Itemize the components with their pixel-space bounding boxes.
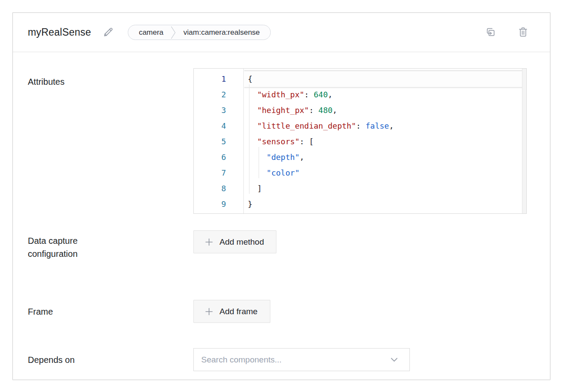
data-capture-label: Data capture configuration (28, 230, 193, 260)
line-number: 9 (194, 196, 243, 212)
component-name: myRealSense (28, 27, 91, 38)
header-actions (485, 26, 528, 39)
line-number: 3 (194, 103, 243, 118)
attributes-json-editor[interactable]: 123456789 { "width_px": 640, "height_px"… (193, 68, 527, 214)
delete-button[interactable] (518, 26, 528, 39)
indent-guide (259, 147, 259, 178)
add-frame-button[interactable]: Add frame (193, 300, 270, 323)
chevron-down-icon (391, 358, 398, 362)
code-line: "color" (248, 165, 522, 181)
frame-row: Frame Add frame (13, 300, 550, 323)
card-header: myRealSense camera viam:camera:realsense (13, 13, 550, 52)
component-config-card: myRealSense camera viam:camera:realsense (12, 12, 551, 380)
duplicate-icon (485, 26, 496, 39)
component-type: camera (139, 28, 163, 37)
pencil-icon (103, 26, 114, 39)
duplicate-button[interactable] (485, 26, 496, 39)
trash-icon (518, 26, 528, 39)
attributes-label: Attributes (28, 68, 193, 214)
attributes-row: Attributes 123456789 { "width_px": 640, … (13, 68, 550, 214)
code-line: ] (248, 181, 522, 196)
code-line: } (248, 196, 522, 212)
line-number: 7 (194, 165, 243, 181)
line-number: 5 (194, 134, 243, 149)
editor-code: { "width_px": 640, "height_px": 480, "li… (244, 69, 522, 213)
indent-guide (249, 84, 249, 194)
code-line: "width_px": 640, (248, 87, 522, 103)
search-components-input[interactable] (194, 349, 409, 371)
editor-gutter: 123456789 (194, 69, 244, 213)
editor-scrollbar[interactable] (522, 69, 526, 213)
line-number: 6 (194, 149, 243, 165)
type-model-badge: camera viam:camera:realsense (128, 25, 270, 40)
breadcrumb-chevron-icon (171, 25, 176, 40)
code-line: "little_endian_depth": false, (248, 118, 522, 134)
frame-label: Frame (28, 300, 193, 323)
line-number: 8 (194, 181, 243, 196)
component-model: viam:camera:realsense (183, 28, 260, 37)
plus-icon (205, 307, 213, 316)
code-line: "depth", (248, 149, 522, 165)
line-number: 4 (194, 118, 243, 134)
add-method-label: Add method (219, 237, 264, 247)
code-line: "height_px": 480, (248, 103, 522, 118)
code-line: { (248, 71, 522, 87)
depends-on-row: Depends on (13, 348, 550, 371)
depends-on-label: Depends on (28, 348, 193, 371)
line-number: 1 (194, 71, 243, 87)
add-method-button[interactable]: Add method (193, 230, 276, 253)
line-number: 2 (194, 87, 243, 103)
edit-name-button[interactable] (103, 26, 114, 39)
code-line: "sensors": [ (248, 134, 522, 149)
plus-icon (205, 238, 213, 246)
depends-on-select[interactable] (193, 348, 410, 371)
data-capture-row: Data capture configuration Add method (13, 230, 550, 260)
add-frame-label: Add frame (219, 307, 258, 316)
